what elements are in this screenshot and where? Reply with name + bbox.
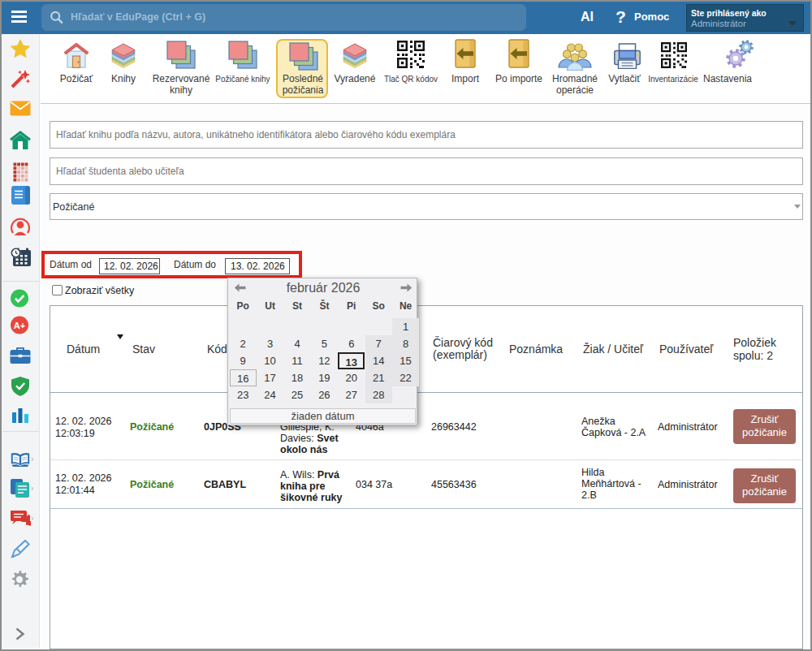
- svg-text:+: +: [28, 522, 31, 528]
- svg-text:A+: A+: [14, 321, 25, 330]
